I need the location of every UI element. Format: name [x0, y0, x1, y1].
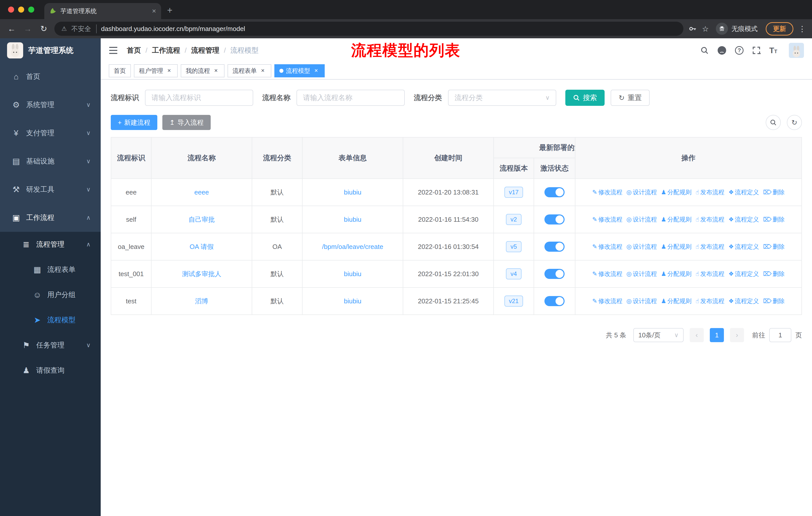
close-icon[interactable]: × — [212, 67, 220, 74]
process-name-link[interactable]: OA 请假 — [190, 243, 213, 250]
sidebar-item-leave-query[interactable]: ♟ 请假查询 — [0, 358, 101, 383]
process-name-link[interactable]: 滔博 — [195, 297, 208, 305]
tag-my-process[interactable]: 我的流程 × — [181, 64, 225, 77]
action-edit-process[interactable]: ✎修改流程 — [592, 243, 622, 250]
action-process-definition[interactable]: ❖流程定义 — [728, 189, 759, 195]
sidebar-item-user-group[interactable]: ☺ 用户分组 — [0, 282, 101, 307]
action-process-definition[interactable]: ❖流程定义 — [728, 243, 759, 250]
page-number-button[interactable]: 1 — [710, 328, 724, 342]
process-name-link[interactable]: 测试多审批人 — [182, 270, 221, 278]
action-assign-rule[interactable]: ♟分配规则 — [661, 189, 692, 195]
action-design-process[interactable]: ◎设计流程 — [627, 298, 657, 304]
action-process-definition[interactable]: ❖流程定义 — [728, 298, 759, 304]
sidebar-item-process-model[interactable]: ➤ 流程模型 — [0, 307, 101, 332]
action-delete[interactable]: ⌦删除 — [763, 189, 785, 195]
sidebar-item-process-form[interactable]: ▦ 流程表单 — [0, 257, 101, 282]
close-icon[interactable]: × — [313, 67, 320, 74]
help-icon[interactable]: ? — [735, 46, 744, 55]
search-icon[interactable] — [700, 46, 709, 55]
active-toggle[interactable] — [545, 187, 564, 197]
active-toggle[interactable] — [545, 242, 564, 252]
category-select[interactable]: 流程分类 ∨ — [448, 90, 556, 106]
form-info-link[interactable]: biubiu — [344, 188, 361, 196]
action-delete[interactable]: ⌦删除 — [763, 270, 785, 277]
create-process-button[interactable]: + 新建流程 — [111, 115, 157, 130]
action-design-process[interactable]: ◎设计流程 — [627, 216, 657, 223]
hamburger-icon[interactable] — [109, 47, 118, 54]
sidebar-item-process-management[interactable]: ≣ 流程管理 ∧ — [0, 232, 101, 257]
import-process-button[interactable]: ↥ 导入流程 — [162, 115, 211, 130]
action-process-definition[interactable]: ❖流程定义 — [728, 216, 759, 223]
action-design-process[interactable]: ◎设计流程 — [627, 243, 657, 250]
fullscreen-window-button[interactable] — [28, 6, 34, 12]
prev-page-button[interactable]: ‹ — [690, 328, 704, 342]
breadcrumb-process-management[interactable]: 流程管理 — [191, 46, 220, 55]
reload-button[interactable]: ↻ — [38, 24, 49, 33]
breadcrumb-home[interactable]: 首页 — [127, 46, 141, 55]
new-tab-button[interactable]: + — [167, 5, 172, 16]
form-info-link[interactable]: biubiu — [344, 216, 361, 223]
active-toggle[interactable] — [545, 214, 564, 224]
action-edit-process[interactable]: ✎修改流程 — [592, 298, 622, 304]
minimize-window-button[interactable] — [18, 6, 24, 12]
action-deploy-process[interactable]: ☝发布流程 — [695, 270, 724, 277]
active-toggle[interactable] — [545, 269, 564, 279]
reset-button[interactable]: ↻ 重置 — [611, 90, 650, 106]
sidebar-item-home[interactable]: ⌂ 首页 — [0, 62, 101, 91]
next-page-button[interactable]: › — [730, 328, 744, 342]
sidebar-item-workflow[interactable]: ▣ 工作流程 ∧ — [0, 203, 101, 232]
form-info-link[interactable]: biubiu — [344, 297, 361, 305]
url-bar[interactable]: ⚠ 不安全 dashboard.yudao.iocoder.cn/bpm/man… — [54, 22, 684, 36]
refresh-table-button[interactable]: ↻ — [787, 115, 802, 130]
browser-tab[interactable]: 芋道管理系统 × — [44, 3, 161, 19]
process-name-link[interactable]: eeee — [194, 188, 209, 196]
fullscreen-icon[interactable] — [752, 46, 761, 55]
tag-tenant-management[interactable]: 租户管理 × — [134, 64, 178, 77]
close-window-button[interactable] — [8, 6, 14, 12]
action-assign-rule[interactable]: ♟分配规则 — [661, 270, 692, 277]
page-size-select[interactable]: 10条/页 ∨ — [633, 328, 684, 342]
action-design-process[interactable]: ◎设计流程 — [627, 270, 657, 277]
process-name-input[interactable] — [296, 90, 405, 106]
action-edit-process[interactable]: ✎修改流程 — [592, 270, 622, 277]
active-toggle[interactable] — [545, 296, 564, 306]
goto-page-input[interactable] — [769, 328, 791, 342]
sidebar-item-payment[interactable]: ¥ 支付管理 ∨ — [0, 119, 101, 147]
bookmark-star-icon[interactable]: ☆ — [702, 24, 709, 33]
tag-home[interactable]: 首页 — [109, 64, 131, 77]
action-edit-process[interactable]: ✎修改流程 — [592, 216, 622, 223]
font-size-icon[interactable]: T — [769, 46, 777, 55]
version-badge[interactable]: v21 — [504, 296, 523, 307]
search-button[interactable]: 搜索 — [565, 90, 605, 106]
close-icon[interactable]: × — [259, 67, 266, 74]
tab-close-icon[interactable]: × — [152, 7, 156, 15]
action-assign-rule[interactable]: ♟分配规则 — [661, 298, 692, 304]
browser-menu-icon[interactable]: ⋮ — [799, 24, 806, 33]
action-process-definition[interactable]: ❖流程定义 — [728, 270, 759, 277]
action-delete[interactable]: ⌦删除 — [763, 216, 785, 223]
sidebar-item-infrastructure[interactable]: ▤ 基础设施 ∨ — [0, 147, 101, 175]
breadcrumb-workflow[interactable]: 工作流程 — [152, 46, 180, 55]
action-deploy-process[interactable]: ☝发布流程 — [695, 216, 724, 223]
version-badge[interactable]: v2 — [506, 214, 521, 225]
close-icon[interactable]: × — [166, 67, 173, 74]
action-deploy-process[interactable]: ☝发布流程 — [695, 298, 724, 304]
sidebar-item-task-management[interactable]: ⚑ 任务管理 ∨ — [0, 332, 101, 358]
toggle-search-button[interactable] — [766, 115, 781, 130]
action-design-process[interactable]: ◎设计流程 — [627, 189, 657, 195]
action-edit-process[interactable]: ✎修改流程 — [592, 189, 622, 195]
action-assign-rule[interactable]: ♟分配规则 — [661, 243, 692, 250]
user-avatar[interactable] — [789, 43, 804, 58]
version-badge[interactable]: v17 — [504, 187, 523, 198]
action-delete[interactable]: ⌦删除 — [763, 243, 785, 250]
action-delete[interactable]: ⌦删除 — [763, 298, 785, 304]
version-badge[interactable]: v4 — [506, 268, 521, 279]
action-deploy-process[interactable]: ☝发布流程 — [695, 243, 724, 250]
tag-process-form[interactable]: 流程表单 × — [228, 64, 271, 77]
password-key-icon[interactable] — [689, 24, 697, 33]
version-badge[interactable]: v5 — [506, 241, 521, 252]
sidebar-item-devtools[interactable]: ⚒ 研发工具 ∨ — [0, 175, 101, 203]
github-icon[interactable] — [717, 46, 726, 55]
process-id-input[interactable] — [145, 90, 253, 106]
tag-process-model[interactable]: 流程模型 × — [274, 64, 325, 77]
